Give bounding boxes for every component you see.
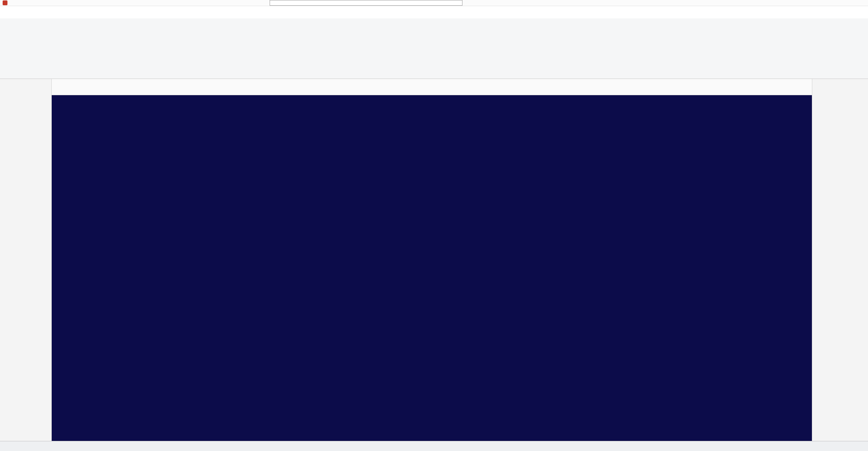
cad-canvas[interactable]: [52, 95, 812, 441]
canvas-toolbar: [52, 79, 812, 95]
titlebar: [0, 0, 868, 6]
right-sidebar: [812, 79, 868, 441]
status-bar: [0, 441, 868, 451]
left-sidebar: [0, 79, 52, 441]
workspace: [0, 79, 868, 441]
quick-launch-input[interactable]: [270, 0, 462, 6]
app-logo-icon: [3, 0, 7, 5]
ribbon: [0, 18, 868, 79]
menu-bar: [0, 6, 868, 18]
app-window: [0, 0, 868, 451]
